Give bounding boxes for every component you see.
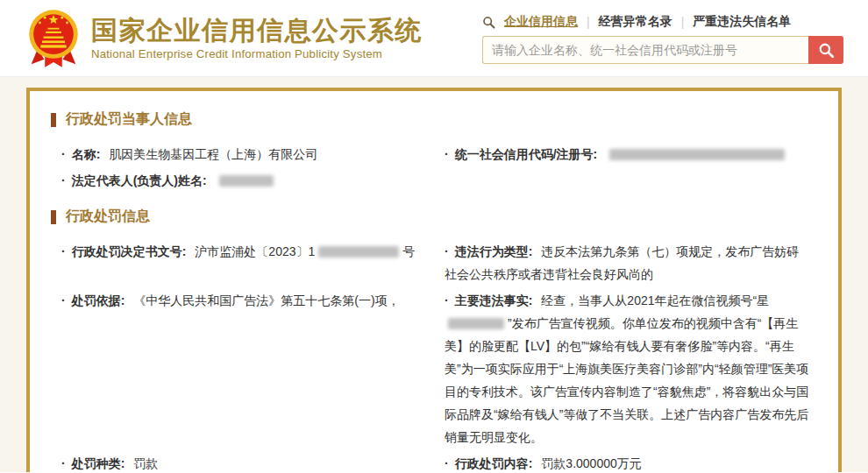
- bullet-icon: ·: [61, 244, 66, 258]
- section-marker-icon: [51, 113, 56, 127]
- section-penalty-info: 行政处罚信息·行政处罚决定书文号:沪市监浦处〔2023〕1号·违法行为类型:违反…: [44, 208, 822, 472]
- bullet-icon: ·: [445, 147, 449, 161]
- section-marker-icon: [51, 210, 56, 224]
- search-input[interactable]: [482, 36, 808, 64]
- site-titles: 国家企业信用信息公示系统 National Enterprise Credit …: [91, 16, 423, 60]
- field-row: ·法定代表人(负责人)姓名:: [56, 167, 822, 194]
- field-cell-right: ·统一社会信用代码/注册号:: [439, 141, 822, 167]
- header-search-area: 企业信用信息 | 经营异常名录 | 严重违法失信名单: [482, 12, 843, 64]
- field-label: 处罚种类:: [72, 456, 125, 470]
- section-title: 行政处罚信息: [51, 208, 822, 226]
- section-title-text: 行政处罚信息: [66, 208, 150, 226]
- bullet-icon: ·: [61, 456, 66, 470]
- nav-separator: |: [681, 15, 685, 29]
- site-title: 国家企业信用信息公示系统: [91, 16, 423, 46]
- field-row: ·处罚种类:罚款·行政处罚内容:罚款3.000000万元: [56, 450, 822, 472]
- redacted-text: [448, 318, 504, 329]
- search-button[interactable]: [808, 36, 843, 64]
- field-row: ·处罚依据:《中华人民共和国广告法》第五十七条第(一)项，·主要违法事实:经查，…: [56, 287, 822, 450]
- section-party-info: 行政处罚当事人信息·名称:肌因美生物基因工程（上海）有限公司·统一社会信用代码/…: [44, 110, 822, 194]
- field-cell-right: ·违法行为类型:违反本法第九条第（七）项规定，发布广告妨碍社会公共秩序或者违背社…: [439, 238, 822, 287]
- tab-enterprise-credit-info[interactable]: 企业信用信息: [504, 14, 578, 30]
- search-icon: [482, 16, 495, 29]
- section-title: 行政处罚当事人信息: [51, 110, 822, 129]
- redacted-text: [219, 175, 274, 187]
- tab-abnormal-operations-list[interactable]: 经营异常名录: [599, 14, 672, 30]
- bullet-icon: ·: [445, 244, 449, 258]
- bullet-icon: ·: [61, 147, 66, 161]
- bullet-icon: ·: [61, 173, 66, 187]
- brand: 国家企业信用信息公示系统 National Enterprise Credit …: [26, 8, 423, 69]
- field-cell-left: ·行政处罚决定书文号:沪市监浦处〔2023〕1号: [56, 238, 439, 265]
- sections: 行政处罚当事人信息·名称:肌因美生物基因工程（上海）有限公司·统一社会信用代码/…: [44, 110, 822, 472]
- field-value: [216, 173, 277, 187]
- field-cell-right: [439, 167, 822, 171]
- page-background: 行政处罚当事人信息·名称:肌因美生物基因工程（上海）有限公司·统一社会信用代码/…: [0, 77, 868, 472]
- field-value: 经查，当事人从2021年起在微信视频号“星”发布广告宣传视频。你单位发布的视频中…: [445, 293, 808, 444]
- field-label: 行政处罚决定书文号:: [72, 244, 187, 258]
- nav-separator: |: [587, 15, 590, 29]
- field-cell-right: ·行政处罚内容:罚款3.000000万元: [439, 450, 822, 472]
- tab-serious-violations-list[interactable]: 严重违法失信名单: [693, 14, 791, 30]
- national-emblem-logo: [26, 8, 81, 69]
- search-bar: [482, 36, 843, 64]
- field-label: 主要违法事实:: [455, 293, 533, 307]
- field-label: 法定代表人(负责人)姓名:: [72, 173, 207, 187]
- field-cell-left: ·处罚种类:罚款: [56, 450, 439, 472]
- search-category-tabs: 企业信用信息 | 经营异常名录 | 严重违法失信名单: [482, 14, 843, 30]
- field-label: 违法行为类型:: [455, 244, 533, 258]
- site-subtitle: National Enterprise Credit Information P…: [91, 47, 423, 60]
- bullet-icon: ·: [445, 293, 449, 307]
- field-value: 《中华人民共和国广告法》第五十七条第(一)项，: [133, 293, 399, 307]
- redacted-text: [318, 246, 399, 258]
- bullet-icon: ·: [445, 456, 449, 470]
- penalty-detail-card: 行政处罚当事人信息·名称:肌因美生物基因工程（上海）有限公司·统一社会信用代码/…: [26, 88, 842, 472]
- field-label: 名称:: [72, 147, 101, 161]
- redacted-text: [609, 149, 785, 160]
- field-label: 统一社会信用代码/注册号:: [455, 147, 598, 161]
- section-body: ·名称:肌因美生物基因工程（上海）有限公司·统一社会信用代码/注册号:·法定代表…: [44, 141, 822, 194]
- field-value: 罚款: [133, 456, 158, 470]
- section-title-text: 行政处罚当事人信息: [66, 110, 192, 129]
- field-value: [606, 147, 788, 161]
- field-row: ·名称:肌因美生物基因工程（上海）有限公司·统一社会信用代码/注册号:: [56, 141, 822, 167]
- field-label: 处罚依据:: [72, 293, 125, 307]
- field-cell-left: ·处罚依据:《中华人民共和国广告法》第五十七条第(一)项，: [56, 287, 439, 314]
- field-value: 肌因美生物基因工程（上海）有限公司: [109, 147, 317, 161]
- site-header: 国家企业信用信息公示系统 National Enterprise Credit …: [0, 0, 868, 77]
- bullet-icon: ·: [61, 293, 66, 307]
- field-label: 行政处罚内容:: [455, 456, 533, 470]
- section-body: ·行政处罚决定书文号:沪市监浦处〔2023〕1号·违法行为类型:违反本法第九条第…: [44, 238, 822, 472]
- field-cell-left: ·法定代表人(负责人)姓名:: [56, 167, 439, 194]
- field-value: 罚款3.000000万元: [541, 456, 641, 470]
- field-row: ·行政处罚决定书文号:沪市监浦处〔2023〕1号·违法行为类型:违反本法第九条第…: [56, 238, 822, 287]
- field-cell-right: ·主要违法事实:经查，当事人从2021年起在微信视频号“星”发布广告宣传视频。你…: [439, 287, 822, 450]
- field-value: 沪市监浦处〔2023〕1号: [195, 244, 415, 258]
- field-cell-left: ·名称:肌因美生物基因工程（上海）有限公司: [56, 141, 439, 167]
